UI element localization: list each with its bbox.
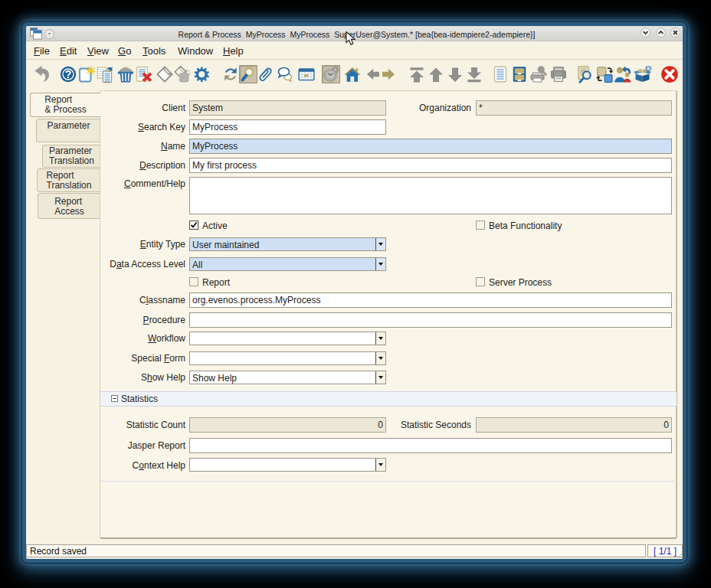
svg-text:?: ?: [64, 68, 71, 80]
